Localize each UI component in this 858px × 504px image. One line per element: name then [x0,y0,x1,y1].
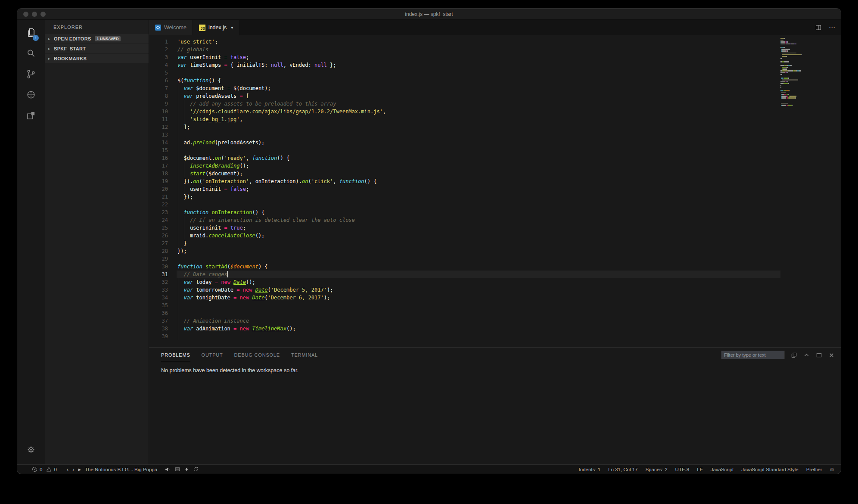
line-text[interactable]: var preloadAssets = [ [177,92,780,100]
status-lf[interactable]: LF [697,467,703,472]
minimap-line [780,94,822,95]
minimap-line [780,74,822,75]
tab-welcome[interactable]: Welcome [149,20,193,35]
line-text[interactable]: // globals [177,46,780,53]
minimap-line [780,88,822,90]
warning-count-icon[interactable] [46,467,52,472]
line-text[interactable]: $(function() { [177,77,780,84]
indent-guide [178,131,178,139]
line-number: 28 [149,247,177,255]
line-text[interactable] [177,302,780,309]
status-prettier[interactable]: Prettier [806,467,822,472]
indent-guide [184,108,184,115]
line-text[interactable] [177,255,780,263]
indent-guide [178,177,178,185]
line-text[interactable]: var userIninit = false; [177,53,780,61]
title-bar[interactable]: index.js — spkf_start [17,9,841,20]
sync-icon[interactable] [193,467,199,472]
status-utf-8[interactable]: UTF-8 [675,467,690,472]
line-text[interactable]: // add any assets to be preloaded to thi… [177,100,780,108]
line-text[interactable] [177,309,780,317]
line-text[interactable]: }); [177,247,780,255]
line-text[interactable]: var adAnimation = new TimelineMax(); [177,325,780,333]
line-text[interactable]: function startAd($document) { [177,263,780,271]
line-text[interactable]: 'use strict'; [177,38,780,46]
line-text[interactable]: // Animation Instance [177,317,780,325]
sidebar-section-spkf-start[interactable]: ▸SPKF_START [45,44,149,53]
more-actions-icon[interactable]: ⋯ [829,24,836,31]
indent-guide [178,216,178,224]
collapse-all-icon[interactable] [791,352,797,358]
line-text[interactable]: ]; [177,123,780,131]
line-text[interactable]: userIninit = false; [177,185,780,193]
code-line: 28}); [149,247,841,255]
sidebar-section-open-editors[interactable]: ▸OPEN EDITORS1 UNSAVED [45,34,149,44]
minimap-line [780,85,822,86]
reader-icon[interactable] [174,467,180,472]
line-text[interactable]: mraid.cancelAutoClose(); [177,232,780,240]
indent-guide [178,286,178,294]
line-text[interactable]: '//cdnjs.cloudflare.com/ajax/libs/gsap/1… [177,108,780,115]
error-count-icon[interactable] [32,467,37,472]
line-text[interactable]: var $document = $(document); [177,84,780,92]
minimap-line [780,99,822,100]
source-control-activity-button[interactable] [21,65,41,84]
split-editor-icon[interactable] [815,24,822,31]
line-text[interactable]: var timeStamps = { initialTS: null, vEnd… [177,61,780,69]
line-text[interactable] [177,333,780,340]
panel-tab-problems[interactable]: PROBLEMS [161,348,190,362]
maximize-panel-icon[interactable] [803,352,810,358]
indent-guide [184,100,184,108]
line-text[interactable]: start($document); [177,170,780,177]
error-count[interactable]: 0 [40,467,42,472]
problems-filter-input[interactable] [721,351,785,359]
panel-tab-terminal[interactable]: TERMINAL [291,348,318,362]
feedback-smiley-icon[interactable]: ☺ [829,466,835,473]
status-ln-31-col-17[interactable]: Ln 31, Col 17 [608,467,637,472]
line-text[interactable]: userIninit = true; [177,224,780,232]
next-track-icon[interactable]: › [72,466,74,473]
line-number: 16 [149,154,177,162]
status-spaces-2[interactable]: Spaces: 2 [645,467,667,472]
volume-icon[interactable] [165,467,171,472]
close-panel-icon[interactable] [828,352,835,358]
now-playing-track[interactable]: The Notorious B.I.G. - Big Poppa [85,467,157,472]
indent-guide [184,162,184,170]
status-indents-1[interactable]: Indents: 1 [579,467,601,472]
line-text[interactable] [177,131,780,139]
play-icon[interactable]: ▸ [78,466,81,473]
line-text[interactable]: var today = new Date(); [177,278,780,286]
minimap[interactable] [780,38,822,108]
line-text[interactable]: }).on('onInteraction', onInteraction).on… [177,177,780,185]
sidebar-section-bookmarks[interactable]: ▸BOOKMARKS [45,54,149,63]
toggle-panel-position-icon[interactable] [816,352,822,358]
extensions-activity-button[interactable] [21,106,41,125]
line-text[interactable]: function onInteraction() { [177,208,780,216]
lightning-icon[interactable] [184,467,189,472]
panel-tab-debug-console[interactable]: DEBUG CONSOLE [234,348,280,362]
line-text[interactable]: var tomorrowDate = new Date('December 5,… [177,286,780,294]
tab-index-js[interactable]: JSindex.js● [193,20,240,35]
indent-guide [178,162,178,170]
line-text[interactable] [177,201,780,208]
settings-button[interactable] [21,440,41,459]
line-text[interactable] [177,146,780,154]
line-text[interactable]: // If an interaction is detected clear t… [177,216,780,224]
line-text[interactable]: ad.preload(preloadAssets); [177,139,780,146]
line-text[interactable]: var tonightDate = new Date('December 6, … [177,294,780,302]
wheel-extension-activity-button[interactable] [21,85,41,104]
search-activity-button[interactable] [21,44,41,63]
line-text[interactable]: 'slide_bg_1.jpg', [177,115,780,123]
panel-tab-output[interactable]: OUTPUT [202,348,223,362]
explorer-activity-button[interactable]: 1 [21,23,41,42]
line-text[interactable]: $document.on('ready', function() { [177,154,780,162]
status-javascript[interactable]: JavaScript [711,467,734,472]
warning-count[interactable]: 0 [54,467,56,472]
line-text[interactable]: } [177,240,780,247]
status-javascript-standard-style[interactable]: JavaScript Standard Style [741,467,798,472]
previous-track-icon[interactable]: ‹ [67,466,68,473]
line-text[interactable]: insertAdBranding(); [177,162,780,170]
line-text[interactable] [177,69,780,77]
line-text[interactable]: }); [177,193,780,201]
line-text[interactable]: // Date ranges [177,271,780,278]
